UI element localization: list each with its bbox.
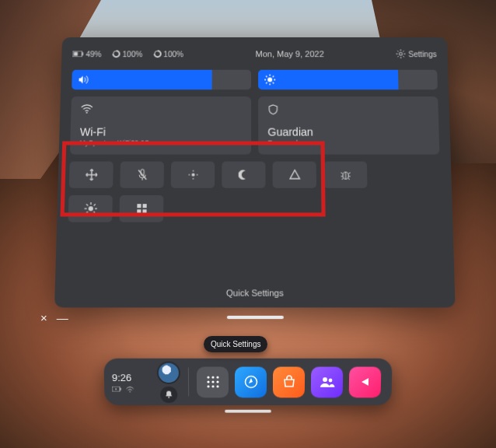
apps-grid-icon (205, 375, 219, 388)
guardian-card[interactable]: Guardian Roomscale (258, 96, 439, 154)
panel-caption: Quick Settings (54, 288, 455, 298)
dock-share[interactable] (349, 366, 382, 397)
store-icon (281, 375, 295, 388)
svg-line-47 (93, 212, 95, 213)
svg-point-14 (267, 78, 272, 82)
passthrough-button[interactable] (273, 162, 316, 188)
svg-line-46 (86, 204, 88, 205)
wifi-icon (80, 104, 241, 114)
dock-people[interactable] (311, 366, 343, 397)
right-controller-indicator: 100% (153, 50, 183, 58)
svg-point-56 (115, 388, 117, 390)
settings-label: Settings (408, 50, 437, 58)
status-date: Mon, May 9, 2022 (194, 49, 385, 58)
moon-icon (238, 170, 249, 180)
dock-app-library[interactable] (197, 366, 229, 397)
quick-settings-tooltip: Quick Settings (204, 336, 267, 352)
guardian-title: Guardian (267, 126, 429, 138)
status-bar: 49% 100% 100% Mon, May 9, 2022 Settings (72, 45, 437, 63)
brightness-slider[interactable] (258, 70, 438, 89)
recenter-icon (85, 169, 98, 181)
right-controller-text: 100% (163, 50, 183, 58)
dock-time: 9:26 (112, 372, 151, 383)
guardian-icon (267, 104, 428, 115)
grid-icon (136, 203, 148, 214)
svg-line-49 (93, 204, 95, 205)
bell-icon (165, 390, 173, 399)
svg-point-57 (129, 390, 131, 392)
svg-rect-51 (142, 204, 146, 208)
svg-line-13 (403, 51, 403, 51)
svg-point-60 (211, 376, 214, 379)
guardian-subtitle: Roomscale (267, 139, 429, 147)
svg-point-67 (216, 385, 218, 387)
volume-slider[interactable] (72, 70, 251, 89)
dock-wifi-icon (126, 386, 134, 392)
svg-line-22 (273, 76, 274, 77)
brightness-icon (264, 75, 275, 86)
recenter-button[interactable] (69, 162, 114, 188)
svg-rect-52 (137, 209, 141, 213)
mic-mute-icon (136, 169, 148, 181)
svg-point-5 (399, 52, 402, 55)
svg-line-10 (397, 51, 398, 51)
svg-line-12 (397, 56, 398, 57)
night-mode-button[interactable] (222, 162, 265, 188)
svg-line-11 (403, 56, 403, 57)
bug-report-button[interactable] (323, 162, 368, 188)
svg-rect-1 (74, 52, 78, 56)
dock: 9:26 (103, 359, 392, 405)
svg-rect-50 (137, 204, 141, 208)
settings-button[interactable]: Settings (396, 49, 437, 58)
dock-store[interactable] (273, 366, 305, 397)
controller-right-icon (153, 50, 161, 58)
minimize-button[interactable]: — (57, 311, 68, 324)
dock-divider (188, 368, 189, 397)
svg-line-40 (348, 178, 349, 180)
low-brightness-icon (187, 170, 198, 180)
svg-point-62 (207, 380, 209, 383)
svg-point-41 (88, 206, 93, 211)
panel-drag-handle[interactable] (226, 316, 283, 319)
bug-icon (339, 170, 352, 180)
sun-icon (84, 202, 97, 215)
app-grid-button[interactable] (119, 195, 163, 222)
compass-icon (243, 375, 257, 388)
controller-left-icon (112, 50, 120, 58)
svg-point-63 (211, 380, 214, 383)
left-controller-indicator: 100% (112, 50, 142, 58)
mic-mute-button[interactable] (120, 162, 164, 188)
svg-point-61 (216, 376, 218, 379)
dock-drag-handle[interactable] (225, 410, 271, 413)
svg-rect-55 (120, 387, 121, 390)
wifi-card[interactable]: Wi-Fi MySpectrumWiFi38-2G (70, 96, 251, 154)
volume-icon (78, 75, 89, 85)
left-controller-text: 100% (122, 50, 142, 58)
battery-icon (72, 51, 83, 57)
battery-text: 49% (86, 50, 101, 58)
svg-line-20 (273, 82, 274, 83)
svg-point-28 (191, 173, 194, 177)
svg-point-59 (207, 376, 209, 379)
svg-line-19 (266, 76, 267, 77)
full-brightness-button[interactable] (68, 195, 113, 222)
wifi-subtitle: MySpectrumWiFi38-2G (79, 139, 241, 147)
wifi-title: Wi-Fi (80, 126, 242, 138)
svg-point-69 (323, 377, 327, 382)
battery-indicator: 49% (72, 50, 101, 58)
dock-profile[interactable] (157, 361, 181, 402)
svg-point-58 (168, 397, 169, 398)
gear-icon (396, 49, 405, 58)
passthrough-icon (288, 170, 301, 180)
svg-point-66 (211, 385, 214, 387)
svg-point-64 (216, 380, 218, 383)
close-button[interactable]: × (40, 311, 47, 324)
low-brightness-button[interactable] (171, 162, 215, 188)
svg-line-35 (341, 173, 343, 174)
quick-settings-panel: 49% 100% 100% Mon, May 9, 2022 Settings (54, 37, 456, 307)
window-controls: × — (40, 311, 68, 324)
svg-line-21 (266, 82, 267, 83)
notifications-button[interactable] (160, 386, 177, 402)
dock-explore[interactable] (235, 366, 267, 397)
dock-status-tile[interactable]: 9:26 (112, 365, 152, 400)
